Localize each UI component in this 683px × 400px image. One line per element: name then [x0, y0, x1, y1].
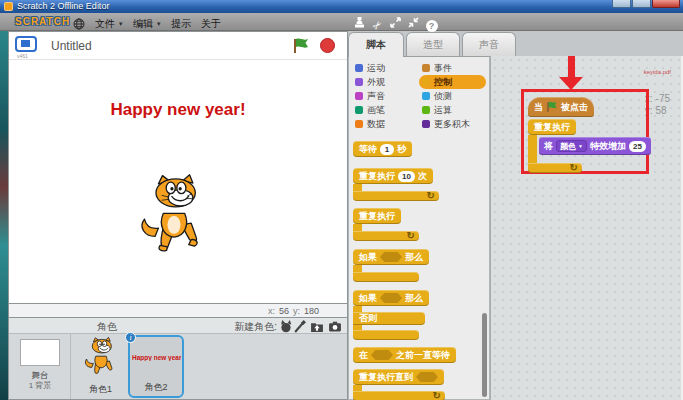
- sprite-xy-readout: x:-75 y:58: [645, 93, 673, 117]
- tab-costumes[interactable]: 造型: [406, 32, 460, 56]
- stage-panel: v461 Untitled Happy new year!: [8, 31, 348, 304]
- sprite-item-2-selected[interactable]: i Happy new year! 角色2: [128, 335, 184, 398]
- sprite-panel: 角色 新建角色: 舞台 1 背景: [8, 317, 348, 400]
- minimize-button[interactable]: [612, 0, 631, 8]
- sprite-item-1[interactable]: 角色1: [76, 336, 125, 398]
- tab-scripts[interactable]: 脚本: [348, 32, 404, 57]
- menu-about[interactable]: 关于: [201, 17, 221, 31]
- sprite-info-icon[interactable]: i: [125, 332, 136, 343]
- window-titlebar: Scratch 2 Offline Editor: [0, 0, 683, 13]
- block-wait[interactable]: 等待1秒: [353, 141, 412, 157]
- green-flag-icon: [546, 101, 558, 113]
- block-if-then[interactable]: 如果那么: [353, 249, 429, 265]
- window-title: Scratch 2 Offline Editor: [17, 1, 109, 11]
- boolean-slot: [380, 293, 402, 303]
- block-when-flag-clicked[interactable]: 当 被点击: [528, 97, 594, 117]
- category-pen[interactable]: 画笔: [352, 103, 419, 117]
- paint-new-sprite-icon[interactable]: [293, 319, 308, 333]
- stage-list-item[interactable]: 舞台 1 背景: [9, 334, 71, 399]
- block-forever[interactable]: 重复执行: [353, 208, 401, 224]
- shrink-icon[interactable]: [406, 15, 421, 29]
- project-title[interactable]: Untitled: [51, 39, 92, 53]
- stage-banner-sprite[interactable]: Happy new year!: [9, 100, 347, 120]
- category-looks[interactable]: 外观: [352, 75, 419, 89]
- stage-canvas[interactable]: Happy new year!: [9, 60, 347, 303]
- block-repeat[interactable]: 重复执行10次: [353, 168, 433, 184]
- help-icon[interactable]: ?: [424, 15, 439, 29]
- boolean-slot: [416, 372, 438, 382]
- loop-arrow-icon: ↻: [570, 163, 578, 173]
- loop-arrow-icon: ↻: [407, 231, 415, 241]
- stop-button[interactable]: [320, 38, 335, 53]
- desktop-edge-strip: [0, 13, 8, 400]
- category-data[interactable]: 数据: [352, 117, 419, 131]
- delete-scissors-icon[interactable]: ✂: [370, 15, 385, 29]
- block-change-color-effect[interactable]: 将 颜色▼ 特效增加 25: [539, 137, 651, 155]
- scratch-logo: SCRATCH: [15, 16, 70, 27]
- annotation-arrow: [568, 56, 575, 77]
- loop-arrow-icon: ↻: [433, 391, 441, 400]
- close-button[interactable]: [652, 0, 680, 8]
- category-sound[interactable]: 声音: [352, 89, 419, 103]
- category-list: 运动 事件 外观 控制 声音 侦测 画笔 运算 数据 更多积木: [352, 61, 488, 131]
- effect-dropdown[interactable]: 颜色▼: [556, 140, 587, 152]
- block-if-else[interactable]: 如果那么: [353, 290, 429, 306]
- boolean-slot: [371, 350, 393, 360]
- chevron-down-icon: ▼: [156, 21, 162, 27]
- category-operators[interactable]: 运算: [419, 103, 486, 117]
- upload-sprite-icon[interactable]: [310, 319, 325, 333]
- palette-scrollbar[interactable]: [482, 313, 487, 397]
- mouse-position-readout: x:56 y:180: [8, 304, 348, 317]
- loop-arrow-icon: ↻: [427, 191, 435, 201]
- camera-sprite-icon[interactable]: [328, 319, 343, 333]
- watermark: keyida.pdf: [644, 69, 671, 75]
- version-label: v461: [17, 53, 28, 59]
- scratch-app-icon: [4, 2, 13, 11]
- menu-file[interactable]: 文件 ▼: [95, 17, 124, 31]
- stage-thumbnail[interactable]: [20, 339, 60, 366]
- menubar: SCRATCH 文件 ▼ 编辑 ▼ 提示 关于 ✂ ?: [0, 13, 683, 31]
- grow-icon[interactable]: [388, 15, 403, 29]
- maximize-button[interactable]: [632, 0, 651, 8]
- duplicate-stamp-icon[interactable]: [352, 15, 367, 29]
- cat-sprite[interactable]: [136, 174, 212, 256]
- cat-thumbnail: [83, 336, 119, 378]
- category-motion[interactable]: 运动: [352, 61, 419, 75]
- category-events[interactable]: 事件: [419, 61, 486, 75]
- chevron-down-icon: ▼: [118, 21, 124, 27]
- language-globe-icon[interactable]: [73, 16, 85, 28]
- new-sprite-library-icon[interactable]: [279, 319, 294, 333]
- stage-header: v461 Untitled: [9, 32, 347, 60]
- block-forever-script[interactable]: 重复执行: [528, 119, 576, 135]
- new-sprite-label: 新建角色:: [234, 320, 277, 334]
- sprite-panel-header: 角色 新建角色:: [9, 318, 347, 334]
- tab-sounds[interactable]: 声音: [462, 32, 516, 56]
- menu-edit[interactable]: 编辑 ▼: [133, 17, 162, 31]
- window-controls: [612, 0, 680, 8]
- sprite2-thumbnail-text: Happy new year!: [132, 354, 181, 361]
- chevron-down-icon: ▼: [578, 143, 583, 149]
- category-more-blocks[interactable]: 更多积木: [419, 117, 486, 131]
- green-flag-icon[interactable]: [292, 37, 310, 55]
- block-repeat-until[interactable]: 重复执行直到: [353, 369, 444, 385]
- sprites-title: 角色: [97, 320, 117, 334]
- boolean-slot: [380, 252, 402, 262]
- category-control[interactable]: 控制: [419, 75, 486, 89]
- block-wait-until[interactable]: 在之前一直等待: [353, 347, 456, 363]
- block-palette: 运动 事件 外观 控制 声音 侦测 画笔 运算 数据 更多积木 等待1秒 重复执…: [348, 56, 490, 400]
- menu-tips[interactable]: 提示: [171, 17, 191, 31]
- sprite-list: 舞台 1 背景 角色1 i: [9, 334, 347, 399]
- category-sensing[interactable]: 侦测: [419, 89, 486, 103]
- fullscreen-icon[interactable]: [15, 36, 37, 52]
- script-area[interactable]: keyida.pdf x:-75 y:58 当 被点击 重复执行 将 颜色▼ 特…: [490, 56, 683, 400]
